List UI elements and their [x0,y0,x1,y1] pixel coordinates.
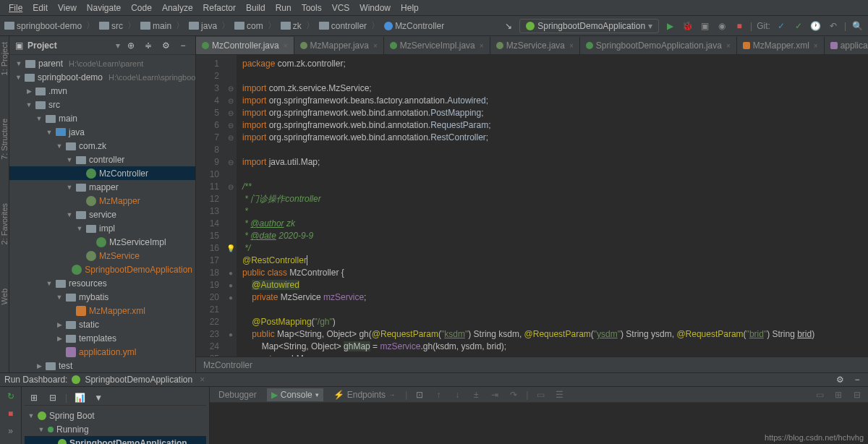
menu-window[interactable]: Window [355,1,395,14]
layout-icon[interactable]: ⊞ [832,388,845,401]
menu-refactor[interactable]: Refactor [199,1,240,14]
expand-icon[interactable]: ≑ [142,39,155,52]
hide-icon[interactable]: − [176,39,190,52]
tree-item[interactable]: ▼src [9,98,195,111]
tree-item[interactable]: ▼java [9,125,195,139]
profile-button[interactable]: ◉ [715,20,728,33]
menu-tools[interactable]: Tools [297,1,326,14]
down-icon[interactable]: ↓ [451,388,464,401]
filter-icon[interactable]: 📊 [73,391,86,404]
tree-item[interactable]: ▼parentH:\code\Learn\parent [9,56,195,70]
tree-item[interactable]: application.yml [9,345,195,359]
filter-icon[interactable]: ▼ [92,391,105,404]
editor-tab[interactable]: MzMapper.java× [294,37,384,54]
breadcrumb-item[interactable]: MzController [384,21,444,31]
console-tool-icon[interactable]: ▭ [813,388,826,401]
tree-item[interactable]: MzController [9,166,195,180]
tree-item[interactable]: ▼resources [9,276,195,290]
stop-button[interactable]: ■ [4,407,17,420]
add-config-icon[interactable]: ↘ [502,20,515,33]
menu-edit[interactable]: Edit [28,1,52,14]
tree-item[interactable]: ▼main [9,111,195,125]
toolwindow-7-Structure[interactable]: 7: Structure [0,119,9,160]
editor-tab[interactable]: MzController.java× [196,37,294,54]
tree-item[interactable]: ▼controller [9,153,195,166]
run-button[interactable]: ▶ [663,20,676,33]
menu-code[interactable]: Code [127,1,156,14]
coverage-button[interactable]: ▣ [698,20,711,33]
select-opened-icon[interactable]: ⊕ [124,39,137,52]
layout-icon[interactable]: ⊟ [851,388,864,401]
tree-item[interactable]: MzMapper.xml [9,304,195,317]
editor-tab[interactable]: MzService.java× [490,37,580,54]
endpoints-tab[interactable]: ⚡Endpoints→ [329,388,399,401]
git-commit-icon[interactable]: ✓ [792,20,805,33]
breadcrumb-item[interactable]: src [99,21,123,31]
menu-vcs[interactable]: VCS [328,1,354,14]
breadcrumb-item[interactable]: springboot-demo [4,21,82,31]
down-button[interactable]: » [4,424,17,437]
console-tab[interactable]: ▶Console▾ [267,388,323,401]
gear-icon[interactable]: ⚙ [159,39,172,52]
console-tool-icon[interactable]: ⊡ [413,388,426,401]
menu-analyze[interactable]: Analyze [158,1,197,14]
up-icon[interactable]: ↑ [432,388,445,401]
tree-item[interactable]: ▶templates [9,331,195,345]
menu-file[interactable]: File [4,1,27,14]
tree-item[interactable]: MzServiceImpl [9,235,195,249]
editor-crumb[interactable]: MzController [196,357,868,372]
console-tool-icon[interactable]: ⇥ [488,388,501,401]
project-tree[interactable]: ▼parentH:\code\Learn\parent▼springboot-d… [9,55,195,372]
menu-run[interactable]: Run [271,1,296,14]
tree-icon[interactable]: ⊟ [46,391,59,404]
breadcrumb-item[interactable]: com [234,21,263,31]
project-dropdown[interactable]: ▣ [15,40,23,51]
run-config-selector[interactable]: SpringbootDemoApplication ▾ [519,19,659,33]
tree-item[interactable]: ▶test [9,359,195,372]
git-revert-icon[interactable]: ↶ [827,20,840,33]
debugger-tab[interactable]: Debugger [214,388,261,401]
tree-item[interactable]: MzService [9,249,195,262]
tree-item[interactable]: ▶static [9,317,195,331]
search-icon[interactable]: 🔍 [851,20,864,33]
tree-item[interactable]: ▼springboot-demoH:\code\Learn\springboot [9,70,195,84]
debug-button[interactable]: 🐞 [681,20,694,33]
console-tool-icon[interactable]: ↷ [507,388,520,401]
hide-icon[interactable]: − [851,373,864,386]
menu-build[interactable]: Build [242,1,270,14]
git-history-icon[interactable]: 🕐 [809,20,822,33]
editor-tab[interactable]: MzServiceImpl.java× [384,37,490,54]
tree-item[interactable]: ▼com.zk [9,139,195,153]
toolwindow-2-Favorites[interactable]: 2: Favorites [0,203,9,244]
menu-navigate[interactable]: Navigate [82,1,125,14]
tree-item[interactable]: ▼mapper [9,180,195,194]
breadcrumb-item[interactable]: zk [281,21,302,31]
tree-item[interactable]: ▶.mvn [9,84,195,98]
breadcrumb-item[interactable]: controller [319,21,367,31]
breadcrumb-item[interactable]: main [140,21,171,31]
tree-icon[interactable]: ⊞ [27,391,41,404]
console-tool-icon[interactable]: ± [469,388,482,401]
editor-tab[interactable]: application.yml× [825,37,868,54]
console-tool-icon[interactable]: ▭ [534,388,547,401]
tree-item[interactable]: ▼mybatis [9,290,195,304]
tree-item[interactable]: SpringbootDemoApplication [9,262,195,276]
menu-view[interactable]: View [54,1,81,14]
toolwindow-1-Project[interactable]: 1: Project [0,42,9,75]
code-editor[interactable]: 1234567891011121314151617181920212223242… [196,55,868,357]
rerun-button[interactable]: ↻ [4,390,17,403]
tree-item[interactable]: ▼service [9,208,195,221]
run-tree[interactable]: ⊞ ⊟ | 📊 ▼ ▼Spring Boot ▼Running Springbo… [22,387,210,444]
editor-tab[interactable]: MzMapper.xml× [737,37,825,54]
editor-tab[interactable]: SpringbootDemoApplication.java× [580,37,737,54]
gear-icon[interactable]: ⚙ [833,373,846,386]
toolwindow-Web[interactable]: Web [0,289,9,304]
code-text[interactable]: package com.zk.controller; import com.zk… [237,55,820,357]
tree-item[interactable]: MzMapper [9,194,195,208]
stop-button[interactable]: ■ [733,20,746,33]
console-tool-icon[interactable]: ☰ [553,388,566,401]
breadcrumb-item[interactable]: java [189,21,217,31]
git-update-icon[interactable]: ✓ [775,20,788,33]
tree-item[interactable]: ▼impl [9,221,195,235]
menu-help[interactable]: Help [396,1,423,14]
